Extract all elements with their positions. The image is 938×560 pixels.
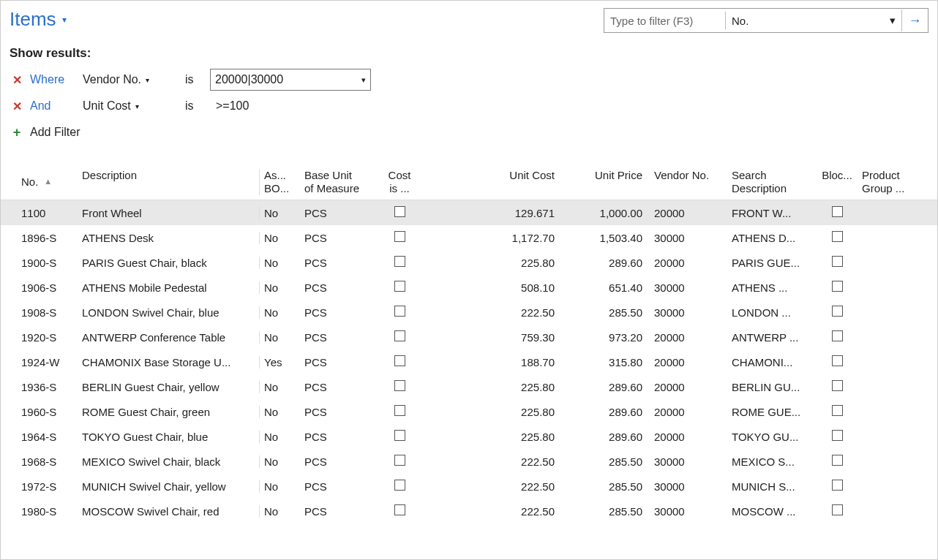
col-header-uom-l2: of Measure (304, 182, 375, 195)
col-header-cost[interactable]: Cost is ... (379, 169, 420, 195)
cell-uom: PCS (300, 406, 379, 418)
cell-bloc-checkbox[interactable] (817, 355, 858, 368)
cell-no: 1980-S (1, 505, 78, 518)
cell-bloc-checkbox[interactable] (817, 256, 858, 269)
col-header-bloc[interactable]: Bloc... (817, 169, 858, 195)
checkbox-icon (832, 256, 843, 267)
add-filter-label: Add Filter (30, 126, 80, 139)
grid-header: No. ▲ Description As... BO... Base Unit … (1, 164, 937, 200)
table-row[interactable]: 1906-S ATHENS Mobile Pedestal No PCS 508… (1, 275, 937, 300)
cell-description: CHAMONIX Base Storage U... (78, 356, 259, 368)
cell-bloc-checkbox[interactable] (817, 231, 858, 244)
cell-bloc-checkbox[interactable] (817, 206, 858, 219)
col-header-search[interactable]: Search Description (727, 169, 817, 195)
cell-vendor: 20000 (647, 331, 727, 344)
col-header-cost-l2: is ... (383, 182, 416, 195)
table-row[interactable]: 1964-S TOKYO Guest Chair, blue No PCS 22… (1, 424, 937, 449)
cell-cost-checkbox[interactable] (379, 206, 420, 219)
cell-bloc-checkbox[interactable] (817, 405, 858, 418)
table-row[interactable]: 1908-S LONDON Swivel Chair, blue No PCS … (1, 300, 937, 325)
filter-field-selector[interactable]: Unit Cost ▾ (83, 99, 179, 113)
cell-vendor: 20000 (647, 356, 727, 368)
cell-cost-checkbox[interactable] (379, 281, 420, 294)
cell-unitprice: 285.50 (559, 480, 647, 493)
cell-search: ANTWERP ... (727, 331, 817, 344)
cell-uom: PCS (300, 455, 379, 468)
cell-uom: PCS (300, 207, 379, 219)
cell-bloc-checkbox[interactable] (817, 480, 858, 493)
cell-unitcost: 129.671 (420, 207, 559, 219)
chevron-down-icon[interactable]: ▾ (62, 15, 67, 25)
cell-description: TOKYO Guest Chair, blue (78, 431, 259, 443)
cell-cost-checkbox[interactable] (379, 330, 420, 344)
cell-cost-checkbox[interactable] (379, 504, 420, 518)
table-row[interactable]: 1924-W CHAMONIX Base Storage U... Yes PC… (1, 349, 937, 374)
col-header-unitcost[interactable]: Unit Cost (420, 169, 559, 195)
cell-cost-checkbox[interactable] (379, 231, 420, 244)
cell-cost-checkbox[interactable] (379, 405, 420, 418)
cell-unitprice: 289.60 (559, 257, 647, 269)
cell-bloc-checkbox[interactable] (817, 430, 858, 443)
cell-no: 1100 (1, 207, 78, 219)
col-header-asbom[interactable]: As... BO... (259, 169, 300, 195)
col-header-search-l2: Description (732, 182, 812, 195)
remove-filter-icon[interactable]: ✕ (10, 73, 24, 87)
table-row[interactable]: 1936-S BERLIN Guest Chair, yellow No PCS… (1, 374, 937, 399)
checkbox-icon (832, 330, 843, 341)
checkbox-icon (394, 480, 405, 491)
cell-description: ROME Guest Chair, green (78, 406, 259, 418)
chevron-down-icon: ▾ (146, 76, 149, 84)
cell-asbom: Yes (259, 356, 300, 368)
col-header-unitprice[interactable]: Unit Price (559, 169, 647, 195)
col-header-vendor[interactable]: Vendor No. (647, 169, 727, 195)
table-row[interactable]: 1968-S MEXICO Swivel Chair, black No PCS… (1, 449, 937, 474)
filter-field-dropdown[interactable]: No. ▾ (726, 10, 901, 31)
go-button[interactable]: → (901, 10, 928, 31)
cell-unitprice: 1,503.40 (559, 232, 647, 244)
cell-bloc-checkbox[interactable] (817, 330, 858, 344)
table-row[interactable]: 1960-S ROME Guest Chair, green No PCS 22… (1, 399, 937, 424)
cell-description: Front Wheel (78, 207, 259, 219)
remove-filter-icon[interactable]: ✕ (10, 99, 24, 113)
cell-no: 1900-S (1, 257, 78, 269)
checkbox-icon (394, 306, 405, 317)
cell-search: FRONT W... (727, 207, 817, 219)
table-row[interactable]: 1900-S PARIS Guest Chair, black No PCS 2… (1, 250, 937, 275)
cell-vendor: 20000 (647, 257, 727, 269)
table-row[interactable]: 1100 Front Wheel No PCS 129.671 1,000.00… (1, 200, 937, 225)
cell-description: BERLIN Guest Chair, yellow (78, 381, 259, 393)
filter-field-selector[interactable]: Vendor No. ▾ (83, 73, 179, 86)
plus-icon: + (10, 125, 24, 140)
cell-no: 1908-S (1, 306, 78, 319)
filter-input[interactable] (604, 10, 725, 31)
cell-cost-checkbox[interactable] (379, 355, 420, 368)
cell-unitprice: 289.60 (559, 381, 647, 393)
table-row[interactable]: 1920-S ANTWERP Conference Table No PCS 7… (1, 325, 937, 349)
col-header-no[interactable]: No. ▲ (1, 169, 78, 195)
cell-bloc-checkbox[interactable] (817, 504, 858, 518)
cell-cost-checkbox[interactable] (379, 306, 420, 319)
cell-cost-checkbox[interactable] (379, 256, 420, 269)
cell-cost-checkbox[interactable] (379, 380, 420, 393)
cell-unitprice: 289.60 (559, 406, 647, 418)
cell-bloc-checkbox[interactable] (817, 380, 858, 393)
cell-no: 1906-S (1, 281, 78, 294)
table-row[interactable]: 1896-S ATHENS Desk No PCS 1,172.70 1,503… (1, 225, 937, 250)
cell-bloc-checkbox[interactable] (817, 455, 858, 468)
filter-heading: Show results: (10, 46, 928, 61)
chevron-down-icon: ▾ (135, 102, 139, 110)
filter-value-dropdown[interactable]: 20000|30000 ▾ (210, 69, 371, 91)
cell-bloc-checkbox[interactable] (817, 306, 858, 319)
cell-cost-checkbox[interactable] (379, 480, 420, 493)
col-header-pgroup[interactable]: Product Group ... (858, 169, 931, 195)
col-header-description[interactable]: Description (78, 169, 259, 195)
cell-cost-checkbox[interactable] (379, 430, 420, 443)
cell-bloc-checkbox[interactable] (817, 281, 858, 294)
cell-cost-checkbox[interactable] (379, 455, 420, 468)
cell-unitcost: 222.50 (420, 306, 559, 319)
add-filter-row[interactable]: + Add Filter (10, 119, 928, 145)
table-row[interactable]: 1980-S MOSCOW Swivel Chair, red No PCS 2… (1, 499, 937, 523)
col-header-uom[interactable]: Base Unit of Measure (300, 169, 379, 195)
table-row[interactable]: 1972-S MUNICH Swivel Chair, yellow No PC… (1, 474, 937, 499)
cell-uom: PCS (300, 431, 379, 443)
